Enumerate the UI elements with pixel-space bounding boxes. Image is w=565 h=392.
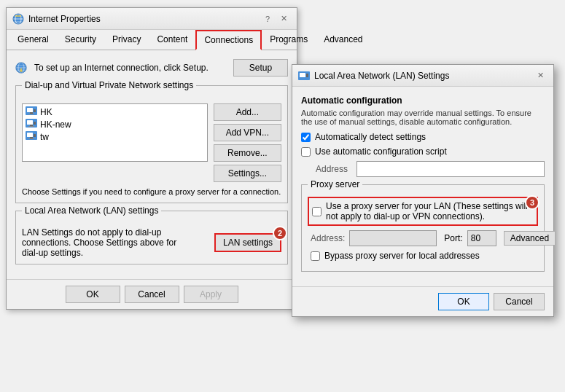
bypass-label: Bypass proxy server for local addresses <box>324 251 480 261</box>
dialog-close-button[interactable]: ✕ <box>533 68 548 83</box>
svg-rect-26 <box>28 126 34 127</box>
proxy-advanced-button[interactable]: Advanced <box>504 231 556 246</box>
dialog-title-bar: Local Area Network (LAN) Settings ✕ <box>292 65 553 87</box>
add-button[interactable]: Add... <box>214 103 281 121</box>
svg-rect-25 <box>30 125 33 126</box>
proxy-address-label: Address: <box>311 233 345 243</box>
proxy-use-row: Use a proxy server for your LAN (These s… <box>308 197 538 226</box>
svg-rect-23 <box>27 120 33 125</box>
add-vpn-button[interactable]: Add VPN... <box>214 124 281 141</box>
bypass-row: Bypass proxy server for local addresses <box>308 251 538 261</box>
proxy-use-checkbox[interactable] <box>312 207 322 216</box>
dialog-cancel-button[interactable]: Cancel <box>494 293 545 310</box>
svg-rect-24 <box>34 122 36 125</box>
vpn-label-hk: HK <box>40 107 52 117</box>
vpn-list[interactable]: HK HK-new tw <box>22 103 208 162</box>
vpn-item-hk[interactable]: HK <box>24 106 206 118</box>
proxy-use-label: Use a proxy server for your LAN (These s… <box>326 201 534 222</box>
svg-rect-33 <box>300 73 305 77</box>
svg-rect-16 <box>21 68 22 70</box>
proxy-port-input[interactable] <box>467 230 496 246</box>
proxy-addr-row: Address: Port: Advanced <box>308 230 519 246</box>
tab-general[interactable]: General <box>9 30 57 50</box>
vpn-label-tw: tw <box>40 132 49 142</box>
vpn-buttons: Add... Add VPN... Remove... Settings... <box>214 103 281 182</box>
vpn-group-title: Dial-up and Virtual Private Network sett… <box>22 80 196 90</box>
svg-rect-6 <box>15 15 21 17</box>
tab-programs[interactable]: Programs <box>262 30 316 50</box>
window-footer: OK Cancel Apply <box>7 279 297 309</box>
title-left: Internet Properties <box>12 13 101 25</box>
vpn-hint: Choose Settings if you need to configure… <box>22 187 281 196</box>
lan-settings-button[interactable]: LAN settings <box>214 233 281 252</box>
svg-rect-28 <box>27 133 33 137</box>
window-controls: ? ✕ <box>260 12 291 26</box>
vpn-label-hk-new: HK-new <box>40 119 71 130</box>
dialog-ok-button[interactable]: OK <box>438 293 489 310</box>
vpn-icon-hk <box>26 106 37 117</box>
apply-button[interactable]: Apply <box>184 286 238 303</box>
remove-button[interactable]: Remove... <box>214 144 281 162</box>
lan-group: Local Area Network (LAN) settings LAN Se… <box>15 211 288 264</box>
ok-button[interactable]: OK <box>66 286 120 303</box>
dialog-icon <box>298 70 310 82</box>
vpn-icon-tw <box>26 131 37 142</box>
vpn-item-hk-new[interactable]: HK-new <box>24 118 206 130</box>
tab-content[interactable]: Content <box>149 30 195 50</box>
svg-rect-19 <box>34 109 36 112</box>
lan-badge: 2 <box>273 226 287 240</box>
proxy-port-label: Port: <box>444 233 462 243</box>
auto-detect-label: Automatically detect settings <box>315 132 426 142</box>
setup-globe-icon <box>15 62 27 74</box>
tab-connections[interactable]: Connections <box>195 30 262 50</box>
svg-rect-30 <box>30 137 33 138</box>
auto-script-checkbox[interactable] <box>301 147 311 157</box>
auto-config-title: Automatic configuration <box>301 95 545 106</box>
auto-detect-checkbox[interactable] <box>301 133 311 142</box>
window-content: To set up an Internet connection, click … <box>7 50 297 279</box>
proxy-checkbox-row: Use a proxy server for your LAN (These s… <box>312 201 534 222</box>
bypass-checkbox[interactable] <box>311 251 320 261</box>
lan-dialog: Local Area Network (LAN) Settings ✕ Auto… <box>292 64 554 317</box>
lan-group-title: Local Area Network (LAN) settings <box>22 205 161 216</box>
help-button[interactable]: ? <box>260 12 275 26</box>
setup-section: To set up an Internet connection, click … <box>15 59 288 77</box>
dialog-title: Local Area Network (LAN) Settings <box>314 71 449 81</box>
proxy-address-input[interactable] <box>349 230 437 246</box>
svg-rect-20 <box>30 112 33 114</box>
lan-button-wrapper: LAN settings 2 <box>214 233 281 252</box>
setup-button[interactable]: Setup <box>233 59 288 77</box>
close-button[interactable]: ✕ <box>276 12 291 26</box>
tab-privacy[interactable]: Privacy <box>104 30 149 50</box>
lan-description: LAN Settings do not apply to dial-up con… <box>22 227 182 258</box>
svg-rect-15 <box>20 68 21 70</box>
vpn-icon-hk-new <box>26 119 37 130</box>
svg-rect-21 <box>28 114 34 114</box>
title-bar: Internet Properties ? ✕ <box>7 8 297 30</box>
settings-button[interactable]: Settings... <box>214 165 281 182</box>
tab-advanced[interactable]: Advanced <box>316 30 370 50</box>
lan-section: LAN Settings do not apply to dial-up con… <box>22 227 281 258</box>
vpn-item-tw[interactable]: tw <box>24 130 206 143</box>
tabs-bar: General Security Privacy Content Connect… <box>7 30 297 50</box>
auto-detect-row: Automatically detect settings <box>301 132 545 142</box>
internet-properties-icon <box>12 13 24 25</box>
setup-description: To set up an Internet connection, click … <box>34 63 226 73</box>
dialog-title-left: Local Area Network (LAN) Settings <box>298 70 449 82</box>
vpn-group: Dial-up and Virtual Private Network sett… <box>15 85 288 203</box>
auto-address-row: Address <box>301 161 545 177</box>
tab-security[interactable]: Security <box>57 30 104 50</box>
auto-config-desc: Automatic configuration may override man… <box>301 109 545 126</box>
auto-address-label: Address <box>316 164 352 174</box>
cancel-button[interactable]: Cancel <box>125 286 179 303</box>
svg-rect-29 <box>34 134 36 137</box>
dialog-footer: OK Cancel <box>292 286 553 316</box>
auto-script-row: Use automatic configuration script <box>301 146 545 157</box>
auto-script-label: Use automatic configuration script <box>315 146 447 157</box>
proxy-group-title: Proxy server <box>308 179 362 189</box>
proxy-group: Proxy server Use a proxy server for your… <box>301 184 545 272</box>
svg-rect-18 <box>27 108 33 112</box>
internet-properties-window: Internet Properties ? ✕ General Security… <box>6 7 297 310</box>
proxy-badge: 3 <box>525 195 539 210</box>
auto-address-input[interactable] <box>356 161 545 177</box>
